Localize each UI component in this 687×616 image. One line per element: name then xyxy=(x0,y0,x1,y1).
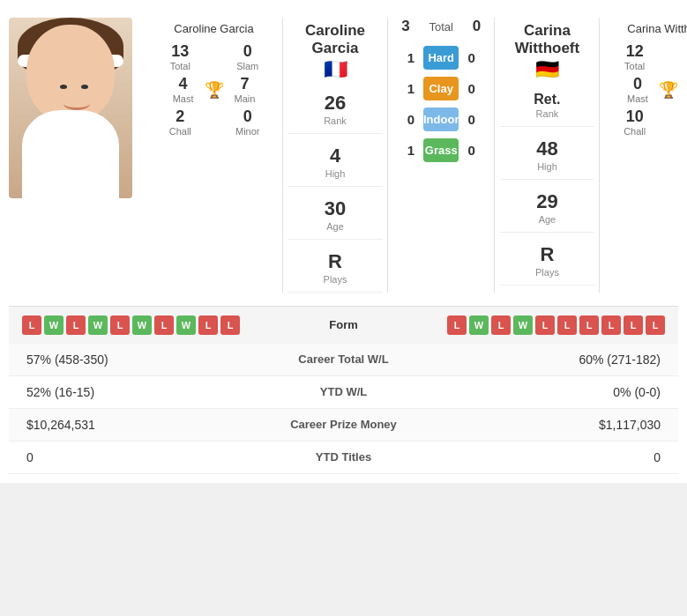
player2-chall-stat: 10 Chall xyxy=(604,108,665,137)
player1-slam-label: Slam xyxy=(236,61,258,71)
ytd-titles-label: YTD Titles xyxy=(273,450,414,464)
player1-high-block: 4 High xyxy=(287,134,383,187)
surface-section: 3 Total 0 1 Hard 0 1 Clay 0 0 Indoor 0 xyxy=(388,18,494,293)
surface-grass-p1: 1 xyxy=(397,143,414,158)
player1-ytd-titles: 0 xyxy=(26,450,273,464)
player1-main-value: 7 xyxy=(240,75,249,93)
form-badge-p2: L xyxy=(624,315,643,335)
stats-rows: 57% (458-350) Career Total W/L 60% (271-… xyxy=(9,344,678,474)
player2-age-block: 29 Age xyxy=(499,180,594,233)
player1-flag: 🇫🇷 xyxy=(324,58,347,81)
player2-minor-stat: 1 Minor xyxy=(672,108,687,137)
player2-stats-grid: 12 Total 0 Slam xyxy=(604,42,687,71)
p1-body xyxy=(22,110,119,198)
player2-total-stat: 12 Total xyxy=(604,42,665,71)
surface-hard-p1: 1 xyxy=(397,50,414,65)
surface-clay-row: 1 Clay 0 xyxy=(397,77,485,100)
player2-high-label: High xyxy=(499,161,594,172)
player2-rank-value: Ret. xyxy=(499,92,594,108)
ytd-wl-row: 52% (16-15) YTD W/L 0% (0-0) xyxy=(9,376,678,409)
form-badge-p1: W xyxy=(132,315,152,335)
player1-rank-label: Rank xyxy=(287,115,383,126)
player2-trophy-icon: 🏆 xyxy=(659,80,678,100)
player1-career-wl: 57% (458-350) xyxy=(26,353,273,367)
main-container: Caroline Garcia 13 Total 0 Slam 4 Mast 🏆 xyxy=(0,0,687,483)
surface-indoor-p2: 0 xyxy=(467,112,485,127)
player1-name-section: Caroline Garcia 🇫🇷 xyxy=(287,18,383,81)
player2-name-section: Carina Witthoeft 🇩🇪 xyxy=(499,18,594,81)
career-prize-label: Career Prize Money xyxy=(273,418,414,431)
player1-slam-value: 0 xyxy=(243,42,252,61)
surface-indoor-p1: 0 xyxy=(397,112,414,127)
player1-lower-grid: 2 Chall 0 Minor xyxy=(150,108,278,137)
player2-rank-block: Ret. Rank xyxy=(499,81,594,127)
player2-chall-label: Chall xyxy=(624,126,646,137)
form-label: Form xyxy=(300,318,388,331)
form-badge-p1: L xyxy=(154,315,174,335)
form-badge-p2: W xyxy=(469,315,489,335)
player1-rank-block: 26 Rank xyxy=(287,81,383,134)
surface-grass-button[interactable]: Grass xyxy=(423,138,459,162)
surface-clay-button[interactable]: Clay xyxy=(423,77,459,100)
form-section: LWLWLWLWLL Form LWLWLLLLLL xyxy=(9,306,678,344)
player2-career-prize: $1,117,030 xyxy=(414,418,661,432)
player1-main-label: Main xyxy=(235,93,256,104)
player2-lower-grid: 10 Chall 1 Minor xyxy=(604,108,687,137)
player1-total-label: Total xyxy=(170,61,190,71)
surface-grass-p2: 0 xyxy=(467,143,485,158)
form-badge-p1: L xyxy=(220,315,240,335)
form-badge-p2: L xyxy=(579,315,599,335)
player2-plays-label: Plays xyxy=(499,267,594,278)
form-badge-p1: L xyxy=(22,315,41,335)
player2-chall-value: 10 xyxy=(626,108,644,126)
player2-total-label: Total xyxy=(624,61,645,71)
surface-hard-button[interactable]: Hard xyxy=(423,46,459,70)
player1-stats: Caroline Garcia 13 Total 0 Slam 4 Mast 🏆 xyxy=(146,18,282,293)
surface-grass-row: 1 Grass 0 xyxy=(397,138,485,162)
surface-total-p1: 3 xyxy=(397,18,414,35)
player2-career-wl: 60% (271-182) xyxy=(414,353,661,367)
surface-indoor-button[interactable]: Indoor xyxy=(423,108,459,131)
player2-ytd-wl: 0% (0-0) xyxy=(414,385,661,399)
form-badge-p1: W xyxy=(44,315,63,335)
player1-age-block: 30 Age xyxy=(287,187,383,240)
top-section: Caroline Garcia 13 Total 0 Slam 4 Mast 🏆 xyxy=(9,9,678,301)
career-prize-row: $10,264,531 Career Prize Money $1,117,03… xyxy=(9,409,678,442)
form-badge-p1: W xyxy=(88,315,108,335)
player1-photo-area xyxy=(9,18,146,293)
player1-form-badges: LWLWLWLWLL xyxy=(22,315,291,335)
form-badge-p1: W xyxy=(176,315,196,335)
player1-plays-value: R xyxy=(287,250,383,273)
player1-main-stat: 7 Main xyxy=(235,75,256,104)
career-wl-row: 57% (458-350) Career Total W/L 60% (271-… xyxy=(9,344,678,376)
player1-age-value: 30 xyxy=(287,197,383,220)
player1-mid-column: Caroline Garcia 🇫🇷 26 Rank 4 High 30 Age… xyxy=(282,18,388,293)
form-badge-p1: L xyxy=(66,315,86,335)
player1-minor-value: 0 xyxy=(243,108,252,126)
player1-name: Caroline Garcia xyxy=(174,22,253,35)
player2-high-block: 48 High xyxy=(499,127,594,180)
player1-mast-label: Mast xyxy=(173,93,194,104)
player2-center-name: Carina Witthoeft xyxy=(499,22,594,58)
form-badge-p2: L xyxy=(646,315,665,335)
player1-ytd-wl: 52% (16-15) xyxy=(26,385,273,399)
player1-high-value: 4 xyxy=(287,145,383,167)
player2-name: Carina Witthoeft xyxy=(627,22,687,35)
player1-mast-value: 4 xyxy=(179,75,188,93)
player2-age-value: 29 xyxy=(499,190,594,213)
player1-plays-label: Plays xyxy=(287,274,383,285)
player2-mast-stat: 0 Mast xyxy=(627,75,648,104)
player2-ytd-titles: 0 xyxy=(414,450,661,464)
player1-image xyxy=(9,18,132,198)
p1-smile xyxy=(63,97,90,110)
form-badge-p2: L xyxy=(557,315,577,335)
player2-trophy-row: 0 Mast 🏆 1 Main xyxy=(604,75,687,104)
surface-indoor-row: 0 Indoor 0 xyxy=(397,108,485,131)
form-badge-p2: L xyxy=(491,315,511,335)
player1-trophy-row: 4 Mast 🏆 7 Main xyxy=(150,75,278,104)
form-badge-p1: L xyxy=(110,315,130,335)
player2-plays-block: R Plays xyxy=(499,233,594,286)
player2-form-badges: LWLWLLLLLL xyxy=(397,315,666,335)
player1-trophy-icon: 🏆 xyxy=(205,80,224,100)
player1-center-name: Caroline Garcia xyxy=(287,22,383,58)
